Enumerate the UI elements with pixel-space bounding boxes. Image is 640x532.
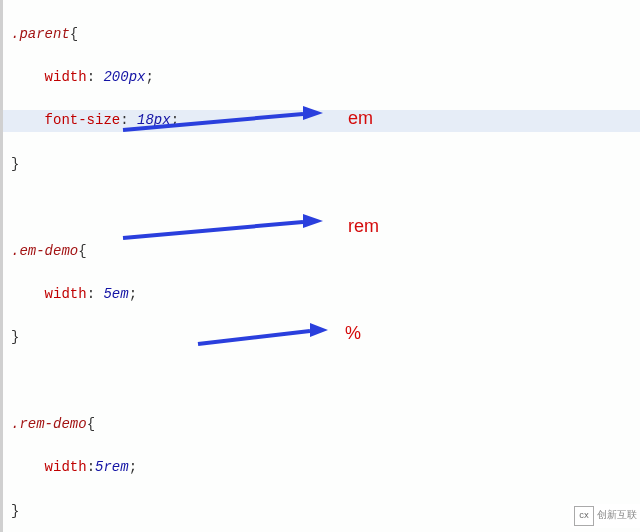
code-line: }	[11, 501, 640, 523]
code-line	[11, 371, 640, 393]
watermark-logo-icon: CX	[574, 506, 594, 526]
code-line	[11, 197, 640, 219]
code-line: width: 200px;	[11, 67, 640, 89]
annotation-rem: rem	[348, 213, 379, 241]
code-line: }	[11, 154, 640, 176]
code-line: .rem-demo{	[11, 414, 640, 436]
code-line-highlighted: font-size: 18px;	[3, 110, 640, 132]
code-line: .parent{	[11, 24, 640, 46]
watermark: CX 创新互联	[570, 504, 640, 528]
code-line: width:5rem;	[11, 457, 640, 479]
annotation-percent: %	[345, 320, 361, 348]
code-line: }	[11, 327, 640, 349]
css-selector: .em-demo	[11, 243, 78, 259]
code-block: .parent{ width: 200px; font-size: 18px; …	[3, 0, 640, 532]
watermark-text: 创新互联	[597, 508, 637, 524]
code-line: .em-demo{	[11, 241, 640, 263]
annotation-em: em	[348, 105, 373, 133]
code-line: width: 5em;	[11, 284, 640, 306]
css-selector: .parent	[11, 26, 70, 42]
css-selector: .rem-demo	[11, 416, 87, 432]
